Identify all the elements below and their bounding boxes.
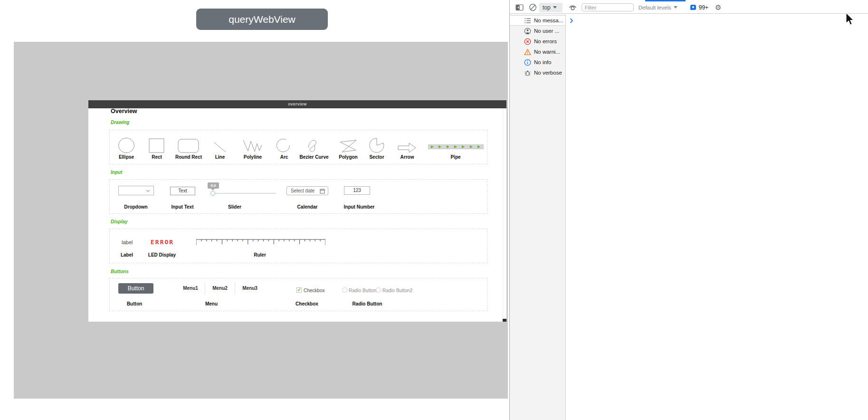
number-input[interactable]: 123 [344,186,370,195]
mouse-cursor [845,12,855,27]
widget-label: Pipe [425,154,486,160]
pipe-arrow-icon [477,145,480,148]
menu-item-2[interactable]: Menu2 [206,286,234,291]
pipe-arrow-icon [447,145,449,148]
section-label-drawing: Drawing [111,120,129,125]
menu-item-3[interactable]: Menu3 [236,286,264,291]
bug-icon [524,69,531,76]
console-prompt-chevron-icon [570,18,573,24]
widget-label: LED Display [138,252,186,258]
user-icon [524,28,531,35]
sidebar-item-label: No verbose [534,70,562,76]
menu-separator [205,282,205,295]
chevron-down-icon [674,6,677,9]
issues-count: 99+ [699,4,708,11]
console-toolbar: top Default levels 99+ ⚙ [510,1,868,14]
sidebar-item-label: No user ... [534,28,559,34]
page-title: Overview [111,108,137,115]
pipe-arrow-icon [462,145,465,148]
radio-button-2[interactable] [376,287,381,293]
radio-button-1-text[interactable]: Radio Button1 [349,288,379,293]
widget-label: Checkbox [281,301,333,306]
console-messages-area[interactable] [566,14,868,420]
widget-arrow: Arrow [386,136,429,160]
section-label-display: Display [111,219,128,224]
pipe-bar [428,144,484,149]
issues-counter[interactable]: 99+ [690,4,708,11]
context-value: top [543,4,551,11]
devtools-panel: top Default levels 99+ ⚙ No messa... [509,0,868,420]
sidebar-item-info[interactable]: No info [510,57,565,67]
widget-label: Radio Button [341,301,393,306]
text-input[interactable]: Text [170,187,195,195]
levels-value: Default levels [639,5,671,10]
panel-scrollbar-corner[interactable] [503,319,506,322]
toggle-sidebar-icon[interactable] [515,4,524,11]
console-body: No messa... No user ... No errors No war… [510,14,868,420]
filter-input[interactable] [582,3,634,11]
display-section-box: label Label ERROR LED Display Ruler [109,229,487,263]
dropdown-select[interactable] [118,186,154,195]
clear-console-icon[interactable] [529,3,537,11]
pipe-arrow-icon [470,145,473,148]
widget-label: Dropdown [112,204,160,210]
issues-icon [690,5,696,10]
checkbox-text[interactable]: Checkbox [304,288,324,293]
widget-label: Calendar [284,204,331,210]
slider-handle[interactable] [210,191,215,196]
buttons-section-box: Button Button Menu1 Menu2 Menu3 Menu Che… [109,278,487,311]
led-display-widget: ERROR [151,239,174,246]
widget-label: Slider [211,204,258,210]
screen: queryWebView overview Overview Drawing E… [0,0,868,420]
warning-icon [524,48,531,56]
ruler-widget [196,239,325,246]
radio-button-2-text[interactable]: Radio Button2 [382,288,412,293]
widget-label: Arrow [386,154,429,160]
radio-button-1[interactable] [342,287,347,293]
panel-scrollbar[interactable] [503,108,506,322]
overview-panel-titlebar[interactable]: overview [88,100,506,108]
widget-pipe: Pipe [425,136,486,160]
calendar-placeholder: Select date [291,188,315,193]
sidebar-item-label: No info [534,59,551,65]
javascript-context-selector[interactable]: top [539,3,563,12]
section-label-buttons: Buttons [111,269,129,274]
menu-item-1[interactable]: Menu1 [176,286,205,291]
console-sidebar: No messa... No user ... No errors No war… [510,14,566,420]
sidebar-item-user-messages[interactable]: No user ... [510,26,565,36]
info-icon [524,59,531,66]
checkbox-widget[interactable] [296,287,302,293]
label-widget: label [122,239,133,245]
sidebar-item-warnings[interactable]: No warni... [510,47,565,57]
graph-canvas[interactable]: overview Overview Drawing Ellipse Rect R… [14,42,508,399]
menu-separator [235,282,235,295]
calendar-input[interactable]: Select date [286,186,328,195]
overview-panel: overview Overview Drawing Ellipse Rect R… [88,100,506,322]
pipe-arrow-icon [439,145,441,148]
query-webview-button[interactable]: queryWebView [196,9,328,30]
arrow-shape [386,136,429,153]
slider-track[interactable] [213,193,276,194]
pipe-arrow-icon [431,145,434,148]
sidebar-item-label: No errors [534,38,557,44]
widget-label: Input Text [159,204,206,210]
log-levels-dropdown[interactable]: Default levels [639,5,680,10]
sidebar-item-label: No messa... [534,18,563,23]
slider-tooltip-pointer [211,189,215,191]
error-icon [524,38,531,45]
gear-icon[interactable]: ⚙ [715,4,721,11]
widget-label: Ruler [236,252,284,258]
sidebar-item-verbose[interactable]: No verbose [510,67,565,78]
input-section-box: Dropdown Text Input Text 0.0 Slider Sele… [109,179,487,214]
sidebar-item-errors[interactable]: No errors [510,36,565,47]
live-expression-eye-icon[interactable] [568,4,577,11]
widget-label: Input Number [333,204,385,210]
sidebar-item-label: No warni... [534,49,560,55]
widget-label: Button [108,301,161,306]
button-widget[interactable]: Button [118,283,153,294]
sidebar-item-all-messages[interactable]: No messa... [510,15,565,26]
calendar-icon [320,188,325,194]
pipe-arrow-icon [454,145,457,148]
list-icon [524,17,531,24]
pipe-shape [425,136,486,153]
